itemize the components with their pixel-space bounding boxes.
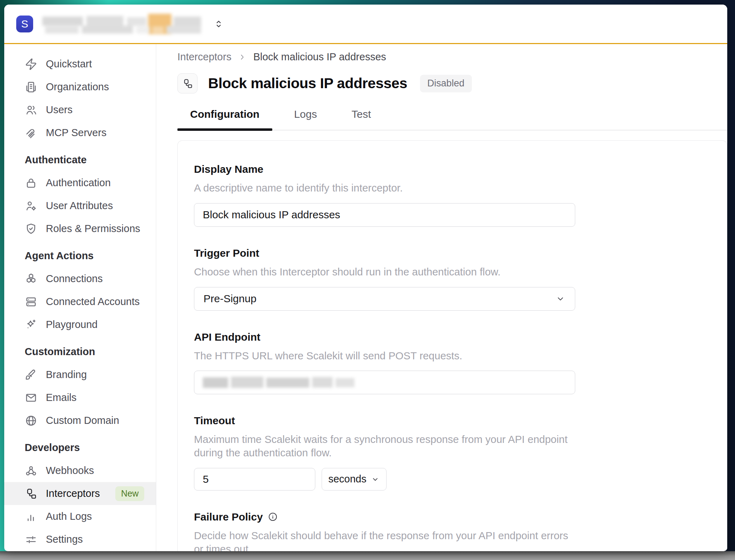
webhook-icon xyxy=(25,464,37,477)
main-content: Interceptors Block malicious IP addresse… xyxy=(156,44,727,551)
mail-icon xyxy=(25,391,37,404)
api-endpoint-help: The HTTPS URL where Scalekit will send P… xyxy=(194,349,580,363)
sidebar-item-label: User Attributes xyxy=(46,200,113,212)
sidebar-item-label: Connections xyxy=(46,273,103,285)
api-endpoint-input[interactable] xyxy=(194,371,575,394)
status-badge: Disabled xyxy=(420,75,472,92)
scalekit-logo: S xyxy=(16,16,33,32)
sidebar-item-webhooks[interactable]: Webhooks xyxy=(4,459,156,482)
sidebar-section-customization: Customization xyxy=(4,340,156,363)
interceptor-icon xyxy=(25,487,37,500)
title-row: Block malicious IP addresses Disabled xyxy=(177,73,727,93)
stacked-cards-icon xyxy=(25,296,37,308)
cubes-icon xyxy=(25,273,37,285)
sidebar-item-playground[interactable]: Playground xyxy=(4,313,156,336)
chevrons-up-down-icon xyxy=(213,18,224,30)
timeout-help: Maximum time Scalekit waits for a synchr… xyxy=(194,433,580,459)
timeout-unit-value: seconds xyxy=(328,473,366,485)
trigger-point-value: Pre-Signup xyxy=(204,293,256,305)
lock-icon xyxy=(25,177,37,189)
sidebar-item-auth-logs[interactable]: Auth Logs xyxy=(4,505,156,528)
sidebar-item-settings[interactable]: Settings xyxy=(4,528,156,551)
sidebar-item-label: Branding xyxy=(46,369,87,381)
chevron-down-icon xyxy=(555,293,566,304)
info-icon[interactable] xyxy=(268,512,278,522)
display-name-help: A descriptive name to identify this inte… xyxy=(194,181,580,195)
workspace-name-redacted xyxy=(42,14,202,34)
sidebar: QuickstartOrganizationsUsersMCP ServersA… xyxy=(4,44,156,551)
bar-chart-icon xyxy=(25,510,37,523)
sidebar-item-label: Quickstart xyxy=(46,58,92,70)
sidebar-item-label: Authentication xyxy=(46,177,111,189)
sidebar-item-label: Settings xyxy=(46,534,83,545)
trigger-point-select[interactable]: Pre-Signup xyxy=(194,287,575,311)
sidebar-item-label: Webhooks xyxy=(46,465,94,476)
trigger-point-help: Choose when this Interceptor should run … xyxy=(194,265,580,279)
organization-icon xyxy=(25,81,37,93)
sidebar-item-roles-permissions[interactable]: Roles & Permissions xyxy=(4,217,156,240)
user-gear-icon xyxy=(25,200,37,212)
workspace-switcher[interactable] xyxy=(213,18,224,30)
chevron-right-icon xyxy=(238,53,247,62)
sidebar-item-label: Interceptors xyxy=(46,488,100,499)
sidebar-item-emails[interactable]: Emails xyxy=(4,386,156,409)
endpoint-value-redacted xyxy=(203,376,354,389)
sidebar-item-connected-accounts[interactable]: Connected Accounts xyxy=(4,290,156,313)
display-name-group: Display Name A descriptive name to ident… xyxy=(194,163,711,227)
sidebar-item-connections[interactable]: Connections xyxy=(4,267,156,290)
mcp-servers-icon xyxy=(25,127,37,139)
tab-configuration[interactable]: Configuration xyxy=(177,108,272,130)
tab-bar: Configuration Logs Test xyxy=(177,108,727,130)
sidebar-item-branding[interactable]: Branding xyxy=(4,363,156,386)
sliders-icon xyxy=(25,533,37,546)
sidebar-item-authentication[interactable]: Authentication xyxy=(4,171,156,194)
trigger-point-group: Trigger Point Choose when this Intercept… xyxy=(194,247,711,311)
timeout-label: Timeout xyxy=(194,415,711,427)
trigger-point-label: Trigger Point xyxy=(194,247,711,259)
paintbrush-icon xyxy=(25,369,37,381)
app-header: S xyxy=(4,5,727,44)
sidebar-item-label: Auth Logs xyxy=(46,511,92,522)
breadcrumb-parent[interactable]: Interceptors xyxy=(177,51,231,63)
sidebar-item-mcp-servers[interactable]: MCP Servers xyxy=(4,121,156,144)
new-badge: New xyxy=(115,486,144,501)
users-icon xyxy=(25,104,37,116)
globe-icon xyxy=(25,414,37,427)
dock-bar xyxy=(0,551,735,560)
sidebar-item-user-attributes[interactable]: User Attributes xyxy=(4,194,156,217)
sidebar-item-label: Connected Accounts xyxy=(46,296,140,308)
sidebar-item-organizations[interactable]: Organizations xyxy=(4,75,156,98)
interceptor-icon xyxy=(177,73,198,93)
timeout-unit-select[interactable]: seconds xyxy=(322,468,387,491)
display-name-label: Display Name xyxy=(194,163,711,175)
sidebar-section-agent-actions: Agent Actions xyxy=(4,244,156,267)
sidebar-item-label: Users xyxy=(46,104,73,116)
sidebar-item-label: Emails xyxy=(46,392,77,403)
timeout-group: Timeout Maximum time Scalekit waits for … xyxy=(194,415,711,491)
failure-policy-group: Failure Policy Decide how Scalekit shoul… xyxy=(194,511,711,551)
page-title: Block malicious IP addresses xyxy=(208,75,407,92)
failure-policy-help: Decide how Scalekit should behave if the… xyxy=(194,529,580,551)
chevron-down-icon xyxy=(371,475,380,484)
display-name-input[interactable] xyxy=(194,203,575,227)
sidebar-section-authenticate: Authenticate xyxy=(4,148,156,171)
sidebar-item-label: Roles & Permissions xyxy=(46,223,140,235)
sidebar-item-label: Organizations xyxy=(46,81,109,93)
tab-logs[interactable]: Logs xyxy=(281,108,330,130)
sidebar-item-quickstart[interactable]: Quickstart xyxy=(4,53,156,75)
sparkles-icon xyxy=(25,318,37,331)
configuration-card: Display Name A descriptive name to ident… xyxy=(177,140,727,551)
timeout-value-input[interactable] xyxy=(194,468,315,491)
sidebar-item-label: MCP Servers xyxy=(46,127,107,139)
sidebar-item-interceptors[interactable]: InterceptorsNew xyxy=(4,482,156,505)
breadcrumb-current: Block malicious IP addresses xyxy=(253,51,386,63)
shield-check-icon xyxy=(25,223,37,235)
app-window: S QuickstartOrganizationsUsersMCP Server… xyxy=(4,5,727,551)
sidebar-item-custom-domain[interactable]: Custom Domain xyxy=(4,409,156,432)
sidebar-section-developers: Developers xyxy=(4,436,156,459)
sidebar-item-users[interactable]: Users xyxy=(4,98,156,121)
zap-icon xyxy=(25,58,37,71)
api-endpoint-group: API Endpoint The HTTPS URL where Scaleki… xyxy=(194,331,711,395)
failure-policy-label: Failure Policy xyxy=(194,511,263,523)
tab-test[interactable]: Test xyxy=(339,108,384,130)
